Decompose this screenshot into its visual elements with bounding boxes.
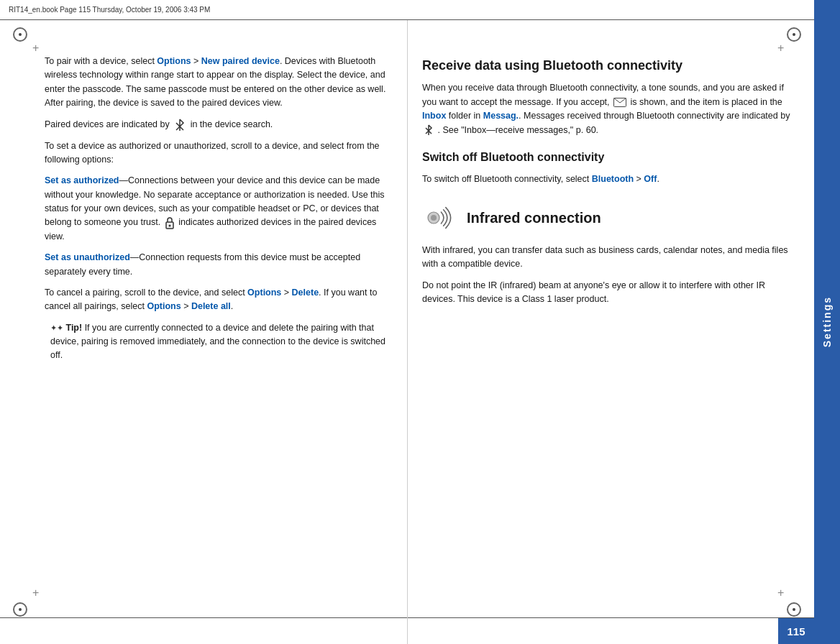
envelope-icon-span [612,97,630,107]
bt-msg-icon-span [422,125,437,135]
set-authorized-para: Set as authorized—Connections between yo… [45,174,390,244]
infrared-para1: With infrared, you can transfer data suc… [422,244,797,272]
switch-off-para: To switch off Bluetooth connectivity, se… [422,172,797,186]
delete-all-link: Delete all [191,301,231,311]
svg-point-2 [168,225,170,227]
options-link3: Options [147,301,181,311]
set-authorized-label: Set as authorized [45,175,119,185]
paired-devices-indicated-para: Paired devices are indicated by in the d… [45,118,390,132]
infrared-header: Infrared connection [422,201,797,235]
infrared-icon [422,201,457,235]
new-paired-device-link: New paired device [201,56,280,66]
switch-off-title: Switch off Bluetooth connectivity [422,150,797,165]
header-text: RIT14_en.book Page 115 Thursday, October… [9,6,210,14]
side-tab: Settings [814,0,840,644]
bluetooth-paired-icon [173,118,186,132]
main-content: To pair with a device, select Options > … [0,20,814,644]
cancel-pairing-para: To cancel a pairing, scroll to the devic… [45,286,390,314]
tip-label: Tip! [63,323,82,333]
set-unauthorized-para: Set as unauthorized—Connection requests … [45,251,390,279]
svg-point-6 [431,215,437,221]
receive-data-title: Receive data using Bluetooth connectivit… [422,58,797,74]
right-column: Receive data using Bluetooth connectivit… [407,20,814,644]
receive-data-para: When you receive data through Bluetooth … [422,81,797,137]
off-link: Off [644,174,657,184]
set-device-para: To set a device as authorized or unautho… [45,139,390,167]
lock-icon-span [163,217,178,227]
delete-link: Delete [292,288,319,298]
infrared-title: Infrared connection [467,207,601,229]
envelope-icon [613,98,626,107]
bluetooth-link: Bluetooth [592,174,634,184]
options-link2: Options [247,288,281,298]
inbox-link: Inbox [422,111,446,121]
header-bar: RIT14_en.book Page 115 Thursday, October… [0,0,814,20]
lock-icon [165,216,175,229]
side-tab-label: Settings [821,296,833,347]
tip-symbol: ✦✦ [50,323,63,332]
options-link: Options [157,56,191,66]
pair-device-para: To pair with a device, select Options > … [45,55,390,111]
messag-link: Messag. [483,111,519,121]
bluetooth-message-icon [424,124,434,136]
infrared-para2: Do not point the IR (infrared) beam at a… [422,279,797,307]
tip-box: ✦✦ Tip! If you are currently connected t… [50,321,390,363]
set-unauthorized-label: Set as unauthorized [45,252,130,262]
tip-para: ✦✦ Tip! If you are currently connected t… [50,321,390,363]
left-column: To pair with a device, select Options > … [0,20,407,644]
